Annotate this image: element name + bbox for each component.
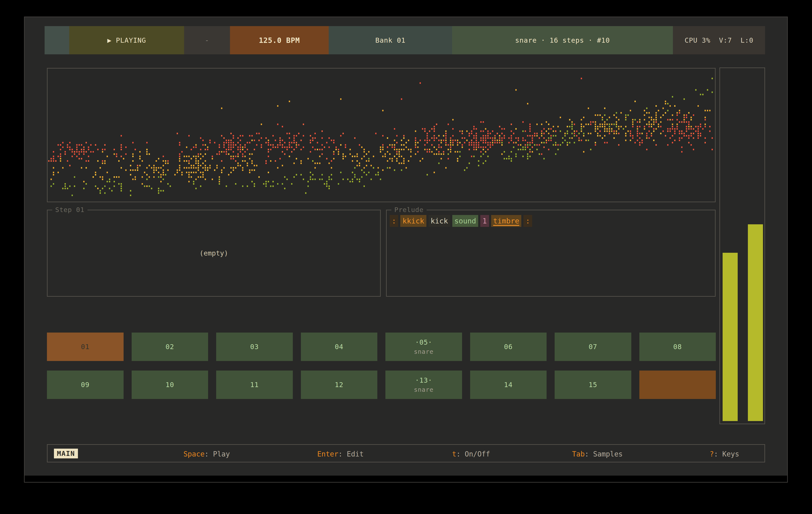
step-cell-01[interactable]: 01 xyxy=(47,333,123,361)
step-cell-number: 10 xyxy=(166,381,174,389)
step-cell-11[interactable]: 11 xyxy=(216,370,293,399)
step-cell-number: 11 xyxy=(250,381,259,389)
step-cell-number: 14 xyxy=(504,381,513,389)
shortcut-key: Space xyxy=(183,450,204,458)
topbar-segment-dash: - xyxy=(184,26,230,54)
step-cell-13[interactable]: ·13·snare xyxy=(385,370,462,399)
step-cell-03[interactable]: 03 xyxy=(216,333,293,361)
topbar-segment-bpm[interactable]: 125.0 BPM xyxy=(230,26,329,54)
app-window: ▶ PLAYING-125.0 BPMBank 01snare · 16 ste… xyxy=(24,17,788,483)
shortcut-action: : Samples xyxy=(585,450,623,458)
mode-badge: MAIN xyxy=(54,449,78,458)
step-cell-number: 08 xyxy=(673,343,682,351)
prelude-code-line: :kkickkicksound1timbre: xyxy=(390,215,532,227)
step-cell-06[interactable]: 06 xyxy=(470,333,547,361)
step-cell-09[interactable]: 09 xyxy=(47,370,123,399)
step-cell-sample-label: snare xyxy=(414,348,433,355)
step-cell-05[interactable]: ·05·snare xyxy=(385,333,462,361)
step-empty-text: (empty) xyxy=(48,210,380,296)
pattern-visualizer-panel xyxy=(47,68,716,202)
step-cell-number: 02 xyxy=(166,343,174,351)
prelude-token-word-kkick[interactable]: kkick xyxy=(400,215,426,227)
prelude-panel: Prelude :kkickkicksound1timbre: xyxy=(386,210,716,297)
prelude-token-word-kick[interactable]: kick xyxy=(429,215,450,227)
window-bottom-gap xyxy=(25,476,787,482)
step-cell-number: 09 xyxy=(81,381,90,389)
prelude-token-word-sound[interactable]: sound xyxy=(452,215,478,227)
step-cell-07[interactable]: 07 xyxy=(555,333,631,361)
prelude-panel-legend: Prelude xyxy=(392,206,427,213)
step-cell-08[interactable]: 08 xyxy=(639,333,716,361)
step-cell-number: 04 xyxy=(335,343,343,351)
step-cell-number: 01 xyxy=(81,343,90,351)
level-meter-panel xyxy=(719,67,765,424)
step-cell-sample-label: snare xyxy=(414,386,433,393)
meter-right-bar xyxy=(748,224,763,421)
prelude-token-colon-close[interactable]: : xyxy=(523,215,532,227)
step-cell-10[interactable]: 10 xyxy=(132,370,208,399)
meter-left-bar xyxy=(723,253,738,421)
step-cell-number: 07 xyxy=(589,343,597,351)
shortcut-action: : Play xyxy=(204,450,230,458)
step-cell-number: 06 xyxy=(504,343,513,351)
step-cell-04[interactable]: 04 xyxy=(301,333,378,361)
step-cell-number: 03 xyxy=(250,343,259,351)
shortcut-t: t: On/Off xyxy=(452,450,490,458)
step-cell-12[interactable]: 12 xyxy=(301,370,378,399)
shortcut-action: : On/Off xyxy=(456,450,490,458)
shortcut-help: ?: Keys xyxy=(709,450,739,458)
shortcut-action: : Edit xyxy=(338,450,364,458)
step-cell-14[interactable]: 14 xyxy=(470,370,547,399)
shortcut-key: Enter xyxy=(317,450,338,458)
step-detail-panel: Step 01 (empty) xyxy=(47,210,381,297)
step-cell-16[interactable] xyxy=(639,370,716,399)
topbar-segment-bank[interactable]: Bank 01 xyxy=(329,26,452,54)
topbar-segment-cpu: CPU 3% V:7 L:0 xyxy=(673,26,765,54)
step-sequencer-grid: 01020304·05·snare06070809101112·13·snare… xyxy=(47,333,716,399)
shortcut-space: Space: Play xyxy=(183,450,230,458)
step-cell-02[interactable]: 02 xyxy=(132,333,208,361)
prelude-token-number-1[interactable]: 1 xyxy=(480,215,489,227)
step-cell-number: 12 xyxy=(335,381,343,389)
step-cell-number: 15 xyxy=(589,381,597,389)
status-topbar: ▶ PLAYING-125.0 BPMBank 01snare · 16 ste… xyxy=(45,26,765,54)
step-cell-15[interactable]: 15 xyxy=(555,370,631,399)
shortcut-key: ? xyxy=(709,450,714,458)
prelude-token-word-timbre[interactable]: timbre xyxy=(491,215,522,227)
prelude-token-colon-open[interactable]: : xyxy=(390,215,398,227)
step-cell-number: ·05· xyxy=(415,338,432,346)
help-bar: MAIN Space: PlayEnter: Editt: On/OffTab:… xyxy=(47,444,765,462)
pattern-visualizer-canvas xyxy=(48,68,715,202)
shortcut-enter: Enter: Edit xyxy=(317,450,364,458)
topbar-segment-transport[interactable]: ▶ PLAYING xyxy=(69,26,184,54)
topbar-segment-spacer xyxy=(45,26,69,54)
shortcut-action: : Keys xyxy=(714,450,739,458)
shortcut-tab: Tab: Samples xyxy=(572,450,622,458)
shortcut-key: t xyxy=(452,450,456,458)
step-cell-number: ·13· xyxy=(415,376,432,384)
shortcut-key: Tab xyxy=(572,450,585,458)
topbar-segment-track[interactable]: snare · 16 steps · #10 xyxy=(452,26,673,54)
